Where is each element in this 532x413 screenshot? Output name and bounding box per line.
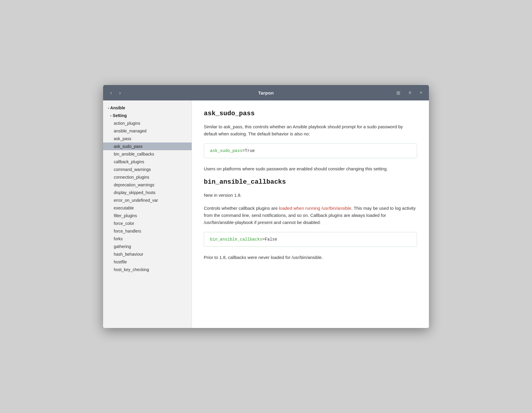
sidebar-ansible-header: - Ansible (103, 104, 192, 112)
sidebar-item-executable[interactable]: executable (103, 204, 192, 212)
sidebar-item-hash_behaviour[interactable]: hash_behaviour (103, 250, 192, 258)
nav-forward-button[interactable]: › (117, 89, 123, 97)
sidebar-item-filter_plugins[interactable]: filter_plugins (103, 212, 192, 220)
sidebar-item-force_color[interactable]: force_color (103, 220, 192, 227)
sidebar-item-command_warnings[interactable]: command_warnings (103, 166, 192, 173)
sidebar-item-bin_ansible_callbacks[interactable]: bin_ansible_callbacks (103, 150, 192, 158)
menu-button[interactable]: ≡ (407, 89, 413, 97)
section-title-bin_ansible_callbacks: bin_ansible_callbacks (204, 178, 417, 186)
code-key-ask_sudo_pass: ask_sudo_pass (210, 148, 242, 153)
sidebar-item-force_handlers[interactable]: force_handlers (103, 227, 192, 235)
sidebar-item-connection_plugins[interactable]: connection_plugins (103, 173, 192, 181)
sidebar: - Ansible - Setting action_plugins ansib… (103, 100, 192, 328)
code-key-bin_ansible_callbacks: bin_ansible_callbacks (210, 237, 262, 242)
nav-buttons: ‹ › (108, 89, 123, 97)
pin-button[interactable]: ⊞ (395, 89, 402, 97)
window-controls: ⊞ ≡ × (395, 89, 424, 97)
code-value-ask_sudo_pass: =True (242, 148, 255, 153)
ask_sudo_pass-desc1: Similar to ask_pass, this controls wheth… (204, 123, 417, 137)
main-content: ask_sudo_pass Similar to ask_pass, this … (192, 100, 429, 328)
sidebar-item-action_plugins[interactable]: action_plugins (103, 119, 192, 127)
titlebar: ‹ › Tarpon ⊞ ≡ × (103, 85, 429, 100)
close-button[interactable]: × (418, 89, 424, 97)
sidebar-item-deprecation_warnings[interactable]: deprecation_warnings (103, 181, 192, 189)
sidebar-item-forks[interactable]: forks (103, 235, 192, 243)
bin_ansible_callbacks-code: bin_ansible_callbacks=False (204, 232, 417, 247)
bin_ansible_callbacks-desc1: Controls whether callback plugins are lo… (204, 205, 417, 226)
sidebar-item-display_skipped_hosts[interactable]: display_skipped_hosts (103, 189, 192, 196)
section-title-ask_sudo_pass: ask_sudo_pass (204, 110, 417, 117)
content-area: - Ansible - Setting action_plugins ansib… (103, 100, 429, 328)
section-bin_ansible_callbacks: bin_ansible_callbacks New in version 1.8… (204, 178, 417, 261)
ask_sudo_pass-desc2: Users on platforms where sudo passwords … (204, 165, 417, 172)
sidebar-item-ask_pass[interactable]: ask_pass (103, 135, 192, 143)
sidebar-item-host_key_checking[interactable]: host_key_checking (103, 266, 192, 273)
section-ask_sudo_pass: ask_sudo_pass Similar to ask_pass, this … (204, 110, 417, 172)
sidebar-item-hostfile[interactable]: hostfile (103, 258, 192, 266)
sidebar-item-ansible_managed[interactable]: ansible_managed (103, 127, 192, 135)
sidebar-item-error_on_undefined_var[interactable]: error_on_undefined_var (103, 196, 192, 204)
app-window: ‹ › Tarpon ⊞ ≡ × - Ansible - Setting act… (103, 85, 429, 328)
code-value-bin_ansible_callbacks: =False (262, 237, 277, 242)
nav-back-button[interactable]: ‹ (108, 89, 114, 97)
sidebar-item-gathering[interactable]: gathering (103, 243, 192, 250)
sidebar-setting-header: - Setting (103, 112, 192, 119)
sidebar-item-ask_sudo_pass[interactable]: ask_sudo_pass (103, 143, 192, 150)
ask_sudo_pass-code: ask_sudo_pass=True (204, 143, 417, 158)
bin_ansible_callbacks-desc2: Prior to 1.8, callbacks were never loade… (204, 254, 417, 261)
window-title: Tarpon (258, 90, 274, 95)
bin_ansible_callbacks-version: New in version 1.8. (204, 192, 417, 199)
sidebar-item-callback_plugins[interactable]: callback_plugins (103, 158, 192, 166)
